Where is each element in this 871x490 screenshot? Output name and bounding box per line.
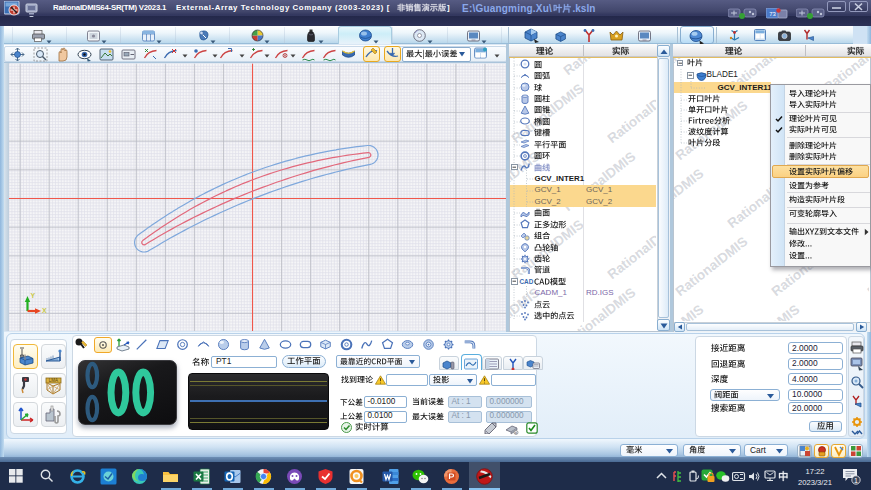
svg-text:1: 1	[854, 477, 858, 484]
svg-text:LMA: LMA	[49, 378, 58, 383]
svg-text:Y: Y	[31, 292, 36, 299]
svg-text:o: o	[515, 431, 517, 435]
svg-text:X: X	[42, 307, 47, 314]
